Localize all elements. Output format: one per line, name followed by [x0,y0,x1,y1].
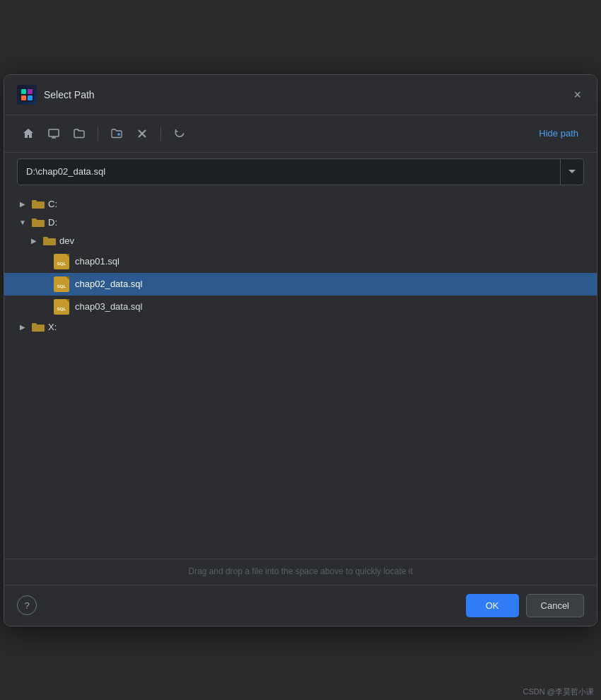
file-tree: C: D: dev SQL chap01.sql [4,191,597,559]
desktop-button[interactable] [42,122,65,145]
dialog-title: Select Path [44,89,564,100]
tree-item-c[interactable]: C: [4,195,597,214]
sql-icon-chap03: SQL [54,299,69,315]
folder-icon-c [31,199,45,210]
watermark: CSDN @李昊哲小课 [523,687,594,697]
tree-item-d[interactable]: D: [4,214,597,232]
toolbar-separator-2 [161,127,161,141]
svg-rect-1 [21,89,26,94]
select-path-dialog: Select Path × Hide path [4,74,597,626]
app-icon [17,85,37,105]
footer-actions: OK Cancel [466,594,584,617]
tree-item-dev[interactable]: dev [4,232,597,250]
label-chap02: chap02_data.sql [75,279,584,289]
new-folder-button[interactable] [105,122,128,145]
svg-rect-4 [28,95,33,100]
label-chap03: chap03_data.sql [75,301,584,312]
drag-hint: Drag and drop a file into the space abov… [4,559,597,585]
svg-rect-3 [21,95,26,100]
toolbar-separator-1 [98,127,98,141]
folder-icon-d [31,217,45,228]
tree-item-chap03[interactable]: SQL chap03_data.sql [4,296,597,318]
ok-button[interactable]: OK [466,594,519,617]
toolbar: Hide path [4,115,597,153]
folder-icon-x [31,322,45,333]
svg-rect-5 [49,129,59,136]
svg-rect-2 [28,89,33,94]
close-button[interactable]: × [571,86,584,104]
chevron-dev [28,235,40,247]
sql-icon-chap01: SQL [54,254,69,269]
path-input[interactable] [18,160,560,183]
path-dropdown-button[interactable] [560,159,583,185]
footer: ? OK Cancel [4,585,597,626]
tree-item-chap02[interactable]: SQL chap02_data.sql [4,273,597,296]
chevron-d [17,217,28,228]
label-dev: dev [59,235,584,246]
label-chap01: chap01.sql [75,256,584,267]
label-c: C: [48,199,584,209]
folder-icon-dev [42,235,57,247]
help-button[interactable]: ? [17,595,37,615]
chevron-c [17,199,28,210]
tree-item-x[interactable]: X: [4,318,597,337]
tree-item-chap01[interactable]: SQL chap01.sql [4,250,597,273]
cancel-button[interactable]: Cancel [526,594,584,617]
sql-icon-chap02: SQL [54,276,69,292]
refresh-button[interactable] [168,122,191,145]
path-bar [17,158,584,185]
label-d: D: [48,217,584,228]
title-bar: Select Path × [4,75,597,115]
folder-button[interactable] [68,122,91,145]
label-x: X: [48,322,584,332]
delete-button[interactable] [131,122,153,145]
home-button[interactable] [17,122,40,145]
chevron-x [17,322,28,333]
hide-path-button[interactable]: Hide path [533,125,584,141]
